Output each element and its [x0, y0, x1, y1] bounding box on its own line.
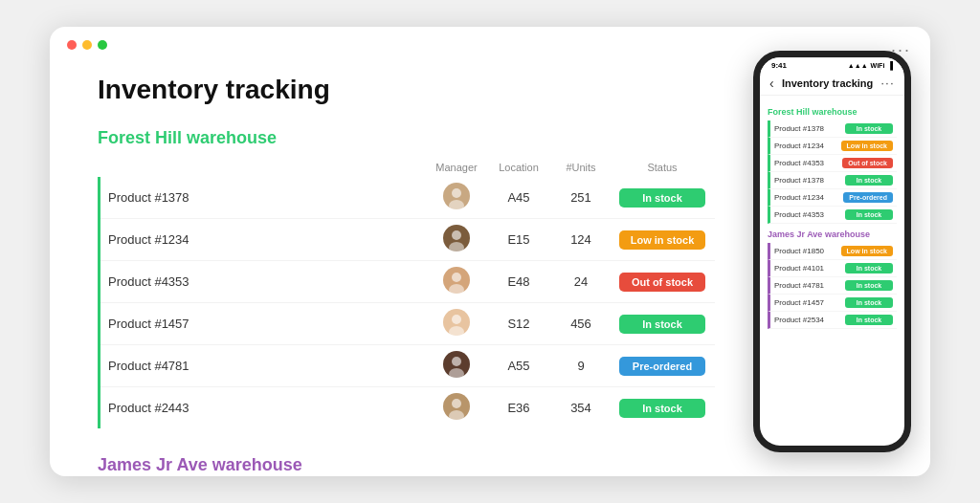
col-manager-header: Manager [428, 158, 485, 177]
phone-warehouse-title-1: James Jr Ave warehouse [768, 230, 897, 239]
phone-product-name: Product #1378 [774, 124, 845, 133]
location-cell: S12 [485, 303, 552, 345]
units-cell: 251 [552, 177, 610, 219]
phone-content: Forest Hill warehouse Product #1378 In s… [760, 96, 904, 446]
svg-point-4 [452, 230, 461, 240]
units-cell: 24 [552, 261, 610, 303]
phone-product-name: Product #1234 [774, 193, 843, 202]
table-row: Product #1234 E15 124 Low in stock [100, 219, 716, 261]
phone-battery-icon: ▐ [887, 61, 893, 70]
table-row: Product #4781 A55 9 Pre-ordered [100, 345, 716, 387]
table-row: Product #1378 A45 251 In stock [100, 177, 716, 219]
forest-hill-title: Forest Hill warehouse [98, 128, 715, 148]
james-jr-section: James Jr Ave warehouse Manager Location … [98, 455, 715, 476]
desktop-panel: Inventory tracking Forest Hill warehouse… [50, 27, 753, 476]
location-cell: E36 [485, 387, 552, 429]
phone-warehouse-title-0: Forest Hill warehouse [768, 107, 897, 117]
table-row: Product #4353 E48 24 Out of stock [100, 261, 716, 303]
phone-product-name: Product #1850 [774, 247, 841, 255]
product-name: Product #1457 [100, 303, 429, 345]
minimize-dot[interactable] [82, 40, 92, 50]
phone-product-row: Product #1378 In stock [768, 172, 897, 189]
status-cell: In stock [610, 303, 715, 345]
app-window: ··· Inventory tracking Forest Hill wareh… [50, 27, 930, 476]
phone-status-badge: Low in stock [841, 141, 893, 151]
col-product [100, 158, 429, 177]
forest-hill-table: Manager Location #Units Status Product #… [98, 158, 715, 428]
phone-product-row: Product #1457 In stock [768, 295, 897, 312]
phone-signal-icon: ▲▲▲ [848, 62, 868, 69]
product-name: Product #1378 [100, 177, 429, 219]
phone-status-badge: In stock [845, 280, 893, 291]
phone-product-name: Product #2534 [774, 316, 845, 324]
phone-wifi-icon: WiFi [871, 62, 885, 69]
status-badge: In stock [619, 188, 705, 208]
window-controls [67, 40, 107, 50]
status-cell: Out of stock [610, 261, 715, 303]
phone-product-name: Product #1378 [774, 176, 845, 185]
maximize-dot[interactable] [98, 40, 107, 50]
manager-cell [428, 303, 485, 345]
status-badge: Pre-ordered [619, 357, 705, 376]
location-cell: A55 [485, 345, 552, 387]
phone-status-badge: Low in stock [841, 246, 893, 256]
phone-status-bar: 9:41 ▲▲▲ WiFi ▐ [760, 57, 904, 72]
phone-time: 9:41 [771, 61, 787, 70]
phone-product-row: Product #1234 Low in stock [768, 138, 897, 155]
product-name: Product #4353 [100, 261, 429, 303]
phone-more-button[interactable]: ··· [880, 77, 895, 90]
phone-product-row: Product #4353 Out of stock [768, 155, 897, 172]
status-cell: Low in stock [610, 219, 715, 261]
phone-nav-title: Inventory tracking [782, 77, 873, 89]
phone-back-button[interactable]: ‹ [769, 76, 774, 91]
col-status-header: Status [610, 158, 715, 177]
phone-frame: 9:41 ▲▲▲ WiFi ▐ ‹ Inventory tracking ···… [753, 51, 911, 452]
phone-product-name: Product #4101 [774, 264, 845, 273]
page-title: Inventory tracking [98, 75, 715, 105]
phone-product-row: Product #4101 In stock [768, 260, 897, 277]
status-badge: Out of stock [619, 273, 705, 292]
phone-status-badge: In stock [845, 123, 893, 134]
phone-status-badge: In stock [845, 209, 893, 220]
phone-product-name: Product #1234 [774, 142, 841, 150]
units-cell: 456 [552, 303, 610, 345]
manager-cell [428, 387, 485, 429]
manager-cell [428, 345, 485, 387]
table-row: Product #2443 E36 354 In stock [100, 387, 716, 429]
status-badge: Low in stock [619, 230, 706, 250]
status-cell: In stock [610, 387, 715, 429]
phone-status-badge: In stock [845, 175, 893, 186]
phone-status-badge: Out of stock [842, 158, 893, 168]
product-name: Product #2443 [100, 387, 429, 429]
status-cell: In stock [610, 177, 715, 219]
phone-product-row: Product #1850 Low in stock [768, 243, 897, 260]
phone-product-name: Product #4353 [774, 210, 845, 219]
col-location-header: Location [485, 158, 552, 177]
units-cell: 124 [552, 219, 610, 261]
table-row: Product #1457 S12 456 In stock [100, 303, 716, 345]
svg-point-13 [452, 357, 461, 366]
table-header: Manager Location #Units Status [100, 158, 716, 177]
location-cell: E15 [485, 219, 552, 261]
status-badge: In stock [619, 399, 705, 418]
col-units-header: #Units [552, 158, 610, 177]
svg-point-1 [452, 188, 461, 198]
product-name: Product #4781 [100, 345, 429, 387]
location-cell: E48 [485, 261, 552, 303]
phone-product-name: Product #1457 [774, 298, 845, 307]
phone-product-row: Product #1234 Pre-ordered [768, 189, 897, 207]
phone-status-badge: In stock [845, 315, 893, 325]
manager-cell [428, 219, 485, 261]
phone-mockup-container: 9:41 ▲▲▲ WiFi ▐ ‹ Inventory tracking ···… [753, 27, 930, 476]
status-badge: In stock [619, 315, 705, 334]
product-name: Product #1234 [100, 219, 429, 261]
phone-status-badge: Pre-ordered [843, 192, 893, 203]
units-cell: 354 [552, 387, 610, 429]
close-dot[interactable] [67, 40, 77, 50]
phone-product-name: Product #4781 [774, 281, 845, 290]
manager-cell [428, 261, 485, 303]
james-jr-title: James Jr Ave warehouse [98, 455, 715, 475]
phone-product-row: Product #2534 In stock [768, 312, 897, 329]
manager-cell [428, 177, 485, 219]
svg-point-7 [452, 273, 461, 282]
